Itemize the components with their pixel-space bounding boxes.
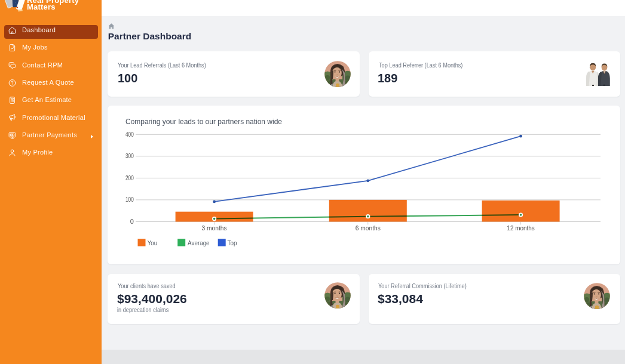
svg-text:3 months: 3 months: [202, 224, 227, 232]
svg-text:0: 0: [130, 218, 134, 225]
svg-text:Average: Average: [188, 239, 210, 246]
svg-text:300: 300: [125, 152, 134, 159]
svg-text:200: 200: [125, 174, 134, 181]
svg-text:6 months: 6 months: [356, 224, 381, 232]
svg-text:Top: Top: [228, 239, 237, 246]
svg-text:12 months: 12 months: [507, 224, 535, 232]
svg-text:400: 400: [125, 131, 134, 138]
svg-text:100: 100: [125, 196, 134, 203]
svg-text:You: You: [148, 239, 157, 246]
